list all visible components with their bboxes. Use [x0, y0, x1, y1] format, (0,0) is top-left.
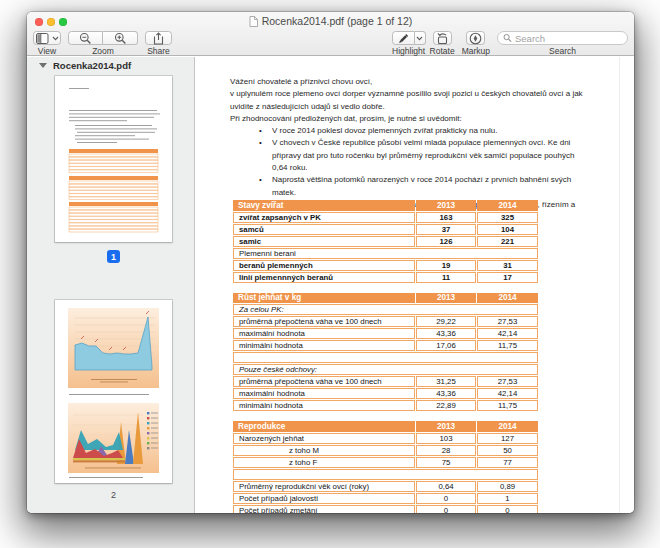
table-cell: 0 — [416, 493, 476, 504]
table-cell: 126 — [416, 236, 476, 247]
table-cell: Za celou PK: — [233, 304, 538, 315]
window-title-row: Rocenka2014.pdf (page 1 of 12) — [27, 15, 634, 27]
document-view[interactable]: Vážení chovatelé a příznivci chovu ovcí,… — [195, 57, 634, 513]
table-cell: samců — [233, 224, 415, 235]
table-cell: 42,14 — [477, 388, 538, 399]
table-row: Průměrný reprodukční věk ovcí (roky)0,64… — [233, 481, 538, 492]
zoom-label: Zoom — [92, 47, 114, 55]
highlight-dropdown-button[interactable] — [415, 31, 426, 45]
table-cell: 0,64 — [416, 481, 476, 492]
year-header: 2014 — [477, 293, 538, 304]
table-row: z toho M2850 — [233, 445, 538, 456]
table-cell: 29,22 — [416, 316, 476, 327]
table-row: maximální hodnota43,3642,14 — [233, 328, 538, 339]
table-row: průměrná přepočtená váha ve 100 dnech31,… — [233, 376, 538, 387]
table-cell: 11,75 — [477, 400, 538, 411]
table-cell: 163 — [416, 212, 476, 223]
table-cell: Pouze české odchovy: — [233, 364, 538, 375]
table-row: beranů plemenných1931 — [233, 260, 538, 271]
table-cell: z toho F — [233, 457, 415, 468]
table-cell: 11,75 — [477, 340, 538, 351]
table-cell: průměrná přepočtená váha ve 100 dnech — [233, 316, 415, 327]
sidebar-document-title: Rocenka2014.pdf — [53, 60, 131, 71]
table-cell — [233, 469, 538, 480]
table-title: Stavy zvířat — [233, 200, 415, 211]
table-row: zvířat zapsaných v PK163325 — [233, 212, 538, 223]
table-cell: 19 — [416, 260, 476, 271]
rotate-button[interactable] — [433, 31, 452, 45]
table-cell: 27,53 — [477, 376, 538, 387]
table-cell: maximální hodnota — [233, 388, 415, 399]
zoom-in-button[interactable] — [103, 31, 138, 45]
table-row — [233, 352, 538, 363]
page2-preview — [55, 300, 172, 483]
table-cell: 22,89 — [416, 400, 476, 411]
chevron-down-icon — [52, 36, 59, 41]
table-cell: Průměrný reprodukční věk ovcí (roky) — [233, 481, 415, 492]
scrollbar-track[interactable] — [619, 57, 620, 513]
view-button[interactable] — [33, 31, 61, 45]
table-row: z toho F7577 — [233, 457, 538, 468]
sidebar-document-header[interactable]: Rocenka2014.pdf — [27, 57, 194, 74]
table-cell: 43,36 — [416, 328, 476, 339]
page1-preview — [55, 76, 172, 242]
highlight-pen-icon — [397, 32, 409, 44]
table-cell: 27,53 — [477, 316, 538, 327]
share-label: Share — [147, 47, 170, 55]
table-title: Růst jehňat v kg — [233, 293, 415, 304]
year-header: 2013 — [416, 421, 476, 432]
table-cell: 17,06 — [416, 340, 476, 351]
table-cell: průměrná přepočtená váha ve 100 dnech — [233, 376, 415, 387]
table-header-row: Reprodukce20132014 — [233, 421, 538, 432]
table-row: minimální hodnota22,8911,75 — [233, 400, 538, 411]
table-row: Pouze české odchovy: — [233, 364, 538, 375]
rotate-label: Rotate — [430, 47, 455, 55]
page-number-label[interactable]: 2 — [55, 490, 172, 500]
table-row: Narozených jehňat103127 — [233, 433, 538, 444]
document-tables: Stavy zvířat20132014zvířat zapsaných v P… — [232, 199, 535, 513]
table-cell: minimální hodnota — [233, 340, 415, 351]
markup-label: Markup — [462, 47, 490, 55]
table-cell: 221 — [477, 236, 538, 247]
sidebar-view-icon — [36, 33, 51, 44]
paragraph: v uplynulém roce plemeno ovcí dorper výz… — [230, 88, 588, 113]
year-header: 2014 — [477, 200, 538, 211]
highlight-button[interactable] — [392, 31, 415, 45]
year-header: 2013 — [416, 200, 476, 211]
table-row: Plemenní berani — [233, 248, 538, 259]
table-cell: Počet případů zmetání — [233, 505, 415, 514]
page-thumbnail-1[interactable] — [55, 76, 172, 242]
bullet-item: V chovech v České republice působí velmi… — [230, 137, 588, 174]
highlight-label: Highlight — [392, 47, 425, 55]
table-cell: z toho M — [233, 445, 415, 456]
table-row: maximální hodnota43,3642,14 — [233, 388, 538, 399]
table-cell: maximální hodnota — [233, 328, 415, 339]
thumbnail-sidebar: Rocenka2014.pdf — [27, 57, 195, 513]
table-cell: 37 — [416, 224, 476, 235]
share-icon — [153, 32, 164, 45]
table-header-row: Stavy zvířat20132014 — [233, 200, 538, 211]
intro-paragraphs: Vážení chovatelé a příznivci chovu ovcí,… — [230, 76, 588, 125]
paragraph: Vážení chovatelé a příznivci chovu ovcí, — [230, 76, 588, 88]
window-chrome: Rocenka2014.pdf (page 1 of 12) — [27, 12, 634, 56]
table-cell: Narozených jehňat — [233, 433, 415, 444]
table-cell: samic — [233, 236, 415, 247]
table-cell: 11 — [416, 272, 476, 283]
document-proxy-icon — [249, 16, 258, 27]
paragraph: Při zhodnocování předložených dat, prosí… — [230, 113, 588, 125]
table-row: průměrná přepočtená váha ve 100 dnech29,… — [233, 316, 538, 327]
table-cell — [233, 352, 538, 363]
search-field[interactable] — [497, 31, 628, 45]
markup-button[interactable] — [466, 31, 485, 45]
table-cell: 28 — [416, 445, 476, 456]
page-thumbnail-2[interactable] — [55, 300, 172, 483]
search-input[interactable] — [515, 33, 622, 44]
table-row: Za celou PK: — [233, 304, 538, 315]
bullet-item: V roce 2014 poklesl dovoz plemenných zví… — [230, 125, 588, 137]
share-button[interactable] — [145, 31, 172, 45]
page-number-badge-selected[interactable]: 1 — [107, 250, 120, 263]
table-cell: 1 — [477, 493, 538, 504]
preview-window: Rocenka2014.pdf (page 1 of 12) — [27, 12, 634, 513]
zoom-out-button[interactable] — [68, 31, 103, 45]
disclosure-triangle-icon[interactable] — [39, 63, 47, 68]
